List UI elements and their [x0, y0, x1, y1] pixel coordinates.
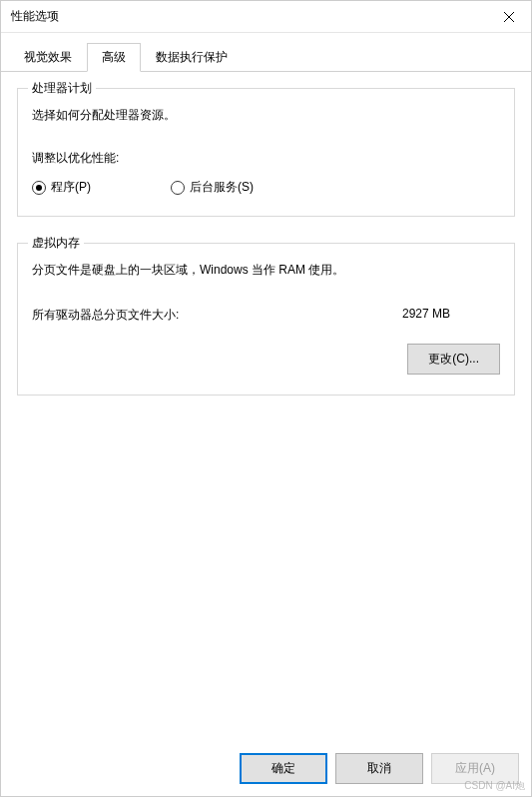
change-button[interactable]: 更改(C)...: [407, 344, 500, 375]
vm-total-row: 所有驱动器总分页文件大小: 2927 MB: [32, 307, 500, 324]
window-title: 性能选项: [11, 8, 59, 25]
radio-background-services[interactable]: 后台服务(S): [171, 179, 254, 196]
dialog-footer: 确定 取消 应用(A): [240, 753, 519, 784]
vm-change-row: 更改(C)...: [32, 344, 500, 375]
processor-scheduling-group: 处理器计划 选择如何分配处理器资源。 调整以优化性能: 程序(P) 后台服务(S…: [17, 88, 515, 217]
titlebar: 性能选项: [1, 1, 531, 33]
ok-button[interactable]: 确定: [240, 753, 327, 784]
vm-total-label: 所有驱动器总分页文件大小:: [32, 307, 179, 324]
close-icon: [504, 12, 514, 22]
cancel-button[interactable]: 取消: [335, 753, 423, 784]
tab-bar: 视觉效果 高级 数据执行保护: [1, 33, 531, 72]
processor-desc: 选择如何分配处理器资源。: [32, 107, 500, 124]
radio-icon: [171, 181, 185, 195]
apply-button: 应用(A): [431, 753, 519, 784]
radio-row: 程序(P) 后台服务(S): [32, 179, 500, 196]
virtual-memory-group: 虚拟内存 分页文件是硬盘上的一块区域，Windows 当作 RAM 使用。 所有…: [17, 243, 515, 396]
vm-group-title: 虚拟内存: [28, 235, 84, 252]
radio-programs[interactable]: 程序(P): [32, 179, 91, 196]
tab-visual-effects[interactable]: 视觉效果: [9, 43, 87, 71]
content-area: 处理器计划 选择如何分配处理器资源。 调整以优化性能: 程序(P) 后台服务(S…: [1, 72, 531, 437]
vm-desc: 分页文件是硬盘上的一块区域，Windows 当作 RAM 使用。: [32, 262, 500, 279]
close-button[interactable]: [486, 1, 531, 33]
radio-programs-label: 程序(P): [51, 179, 91, 196]
tab-dep[interactable]: 数据执行保护: [141, 43, 243, 71]
radio-icon: [32, 181, 46, 195]
vm-total-value: 2927 MB: [402, 307, 450, 324]
radio-services-label: 后台服务(S): [190, 179, 254, 196]
processor-group-title: 处理器计划: [28, 80, 96, 97]
tab-advanced[interactable]: 高级: [87, 43, 141, 72]
adjust-label: 调整以优化性能:: [32, 150, 500, 167]
